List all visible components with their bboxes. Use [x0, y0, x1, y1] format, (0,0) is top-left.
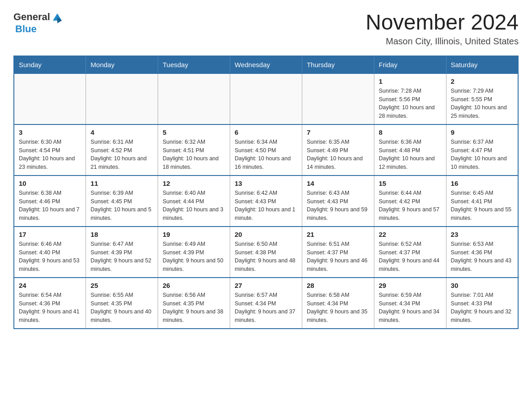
- calendar-cell: 6Sunrise: 6:34 AM Sunset: 4:50 PM Daylig…: [230, 124, 302, 176]
- calendar-cell: 3Sunrise: 6:30 AM Sunset: 4:54 PM Daylig…: [14, 124, 86, 176]
- header-day-saturday: Saturday: [446, 56, 518, 73]
- calendar-cell: 26Sunrise: 6:56 AM Sunset: 4:35 PM Dayli…: [158, 278, 230, 329]
- header-day-thursday: Thursday: [302, 56, 374, 73]
- calendar-cell: 27Sunrise: 6:57 AM Sunset: 4:34 PM Dayli…: [230, 278, 302, 329]
- calendar-cell: [14, 73, 86, 124]
- day-number: 14: [307, 180, 369, 187]
- calendar-cell: 20Sunrise: 6:50 AM Sunset: 4:38 PM Dayli…: [230, 227, 302, 278]
- calendar-cell: 4Sunrise: 6:31 AM Sunset: 4:52 PM Daylig…: [86, 124, 158, 176]
- day-info: Sunrise: 6:54 AM Sunset: 4:36 PM Dayligh…: [19, 291, 81, 325]
- day-number: 16: [451, 180, 513, 187]
- header-day-sunday: Sunday: [14, 56, 86, 73]
- day-info: Sunrise: 6:30 AM Sunset: 4:54 PM Dayligh…: [19, 138, 81, 171]
- day-info: Sunrise: 6:56 AM Sunset: 4:35 PM Dayligh…: [163, 291, 225, 325]
- calendar-cell: 18Sunrise: 6:47 AM Sunset: 4:39 PM Dayli…: [86, 227, 158, 278]
- day-number: 4: [90, 128, 153, 136]
- day-info: Sunrise: 6:44 AM Sunset: 4:42 PM Dayligh…: [379, 189, 442, 223]
- day-number: 28: [307, 282, 369, 289]
- calendar-cell: 15Sunrise: 6:44 AM Sunset: 4:42 PM Dayli…: [374, 176, 446, 227]
- day-number: 5: [163, 128, 225, 136]
- day-info: Sunrise: 6:57 AM Sunset: 4:34 PM Dayligh…: [235, 291, 297, 325]
- calendar-cell: 25Sunrise: 6:55 AM Sunset: 4:35 PM Dayli…: [86, 278, 158, 329]
- day-info: Sunrise: 6:45 AM Sunset: 4:41 PM Dayligh…: [451, 189, 513, 223]
- day-number: 17: [19, 231, 81, 238]
- day-number: 10: [19, 180, 81, 187]
- day-number: 3: [19, 128, 81, 136]
- day-number: 25: [90, 282, 153, 289]
- day-number: 15: [379, 180, 442, 187]
- day-number: 18: [90, 231, 153, 238]
- calendar-cell: [302, 73, 374, 124]
- day-number: 19: [163, 231, 225, 238]
- day-info: Sunrise: 6:49 AM Sunset: 4:39 PM Dayligh…: [163, 240, 225, 274]
- calendar-week-4: 17Sunrise: 6:46 AM Sunset: 4:40 PM Dayli…: [14, 227, 518, 278]
- calendar-cell: [158, 73, 230, 124]
- day-number: 11: [90, 180, 153, 187]
- day-info: Sunrise: 6:46 AM Sunset: 4:40 PM Dayligh…: [19, 240, 81, 274]
- day-info: Sunrise: 7:29 AM Sunset: 5:55 PM Dayligh…: [451, 87, 513, 120]
- header-row: SundayMondayTuesdayWednesdayThursdayFrid…: [14, 56, 518, 73]
- day-info: Sunrise: 6:38 AM Sunset: 4:46 PM Dayligh…: [19, 189, 81, 223]
- header: General Blue November 2024 Mason City, I…: [13, 11, 519, 47]
- day-info: Sunrise: 6:40 AM Sunset: 4:44 PM Dayligh…: [163, 189, 225, 223]
- page-title: November 2024: [365, 11, 519, 34]
- calendar-cell: 12Sunrise: 6:40 AM Sunset: 4:44 PM Dayli…: [158, 176, 230, 227]
- calendar-cell: 2Sunrise: 7:29 AM Sunset: 5:55 PM Daylig…: [446, 73, 518, 124]
- header-day-tuesday: Tuesday: [158, 56, 230, 73]
- day-number: 24: [19, 282, 81, 289]
- title-area: November 2024 Mason City, Illinois, Unit…: [365, 11, 519, 47]
- day-number: 12: [163, 180, 225, 187]
- day-number: 23: [451, 231, 513, 238]
- day-number: 9: [451, 128, 513, 136]
- calendar-cell: 5Sunrise: 6:32 AM Sunset: 4:51 PM Daylig…: [158, 124, 230, 176]
- day-number: 13: [235, 180, 297, 187]
- day-number: 21: [307, 231, 369, 238]
- day-info: Sunrise: 6:37 AM Sunset: 4:47 PM Dayligh…: [451, 138, 513, 171]
- calendar-cell: 9Sunrise: 6:37 AM Sunset: 4:47 PM Daylig…: [446, 124, 518, 176]
- calendar-week-2: 3Sunrise: 6:30 AM Sunset: 4:54 PM Daylig…: [14, 124, 518, 176]
- day-number: 30: [451, 282, 513, 289]
- header-day-wednesday: Wednesday: [230, 56, 302, 73]
- day-info: Sunrise: 6:59 AM Sunset: 4:34 PM Dayligh…: [379, 291, 442, 325]
- day-number: 26: [163, 282, 225, 289]
- calendar-cell: 1Sunrise: 7:28 AM Sunset: 5:56 PM Daylig…: [374, 73, 446, 124]
- calendar-week-5: 24Sunrise: 6:54 AM Sunset: 4:36 PM Dayli…: [14, 278, 518, 329]
- day-info: Sunrise: 6:58 AM Sunset: 4:34 PM Dayligh…: [307, 291, 369, 325]
- logo-general-text: General: [13, 11, 50, 23]
- calendar-cell: 13Sunrise: 6:42 AM Sunset: 4:43 PM Dayli…: [230, 176, 302, 227]
- calendar-cell: 17Sunrise: 6:46 AM Sunset: 4:40 PM Dayli…: [14, 227, 86, 278]
- day-info: Sunrise: 6:50 AM Sunset: 4:38 PM Dayligh…: [235, 240, 297, 274]
- calendar-cell: 24Sunrise: 6:54 AM Sunset: 4:36 PM Dayli…: [14, 278, 86, 329]
- calendar-cell: 23Sunrise: 6:53 AM Sunset: 4:36 PM Dayli…: [446, 227, 518, 278]
- page-subtitle: Mason City, Illinois, United States: [365, 36, 519, 47]
- day-number: 6: [235, 128, 297, 136]
- day-info: Sunrise: 6:35 AM Sunset: 4:49 PM Dayligh…: [307, 138, 369, 171]
- calendar-cell: 8Sunrise: 6:36 AM Sunset: 4:48 PM Daylig…: [374, 124, 446, 176]
- calendar-cell: 7Sunrise: 6:35 AM Sunset: 4:49 PM Daylig…: [302, 124, 374, 176]
- day-info: Sunrise: 7:01 AM Sunset: 4:33 PM Dayligh…: [451, 291, 513, 325]
- day-info: Sunrise: 7:28 AM Sunset: 5:56 PM Dayligh…: [379, 87, 442, 120]
- calendar-table: SundayMondayTuesdayWednesdayThursdayFrid…: [13, 56, 519, 329]
- day-number: 20: [235, 231, 297, 238]
- header-day-monday: Monday: [86, 56, 158, 73]
- calendar-cell: 14Sunrise: 6:43 AM Sunset: 4:43 PM Dayli…: [302, 176, 374, 227]
- day-info: Sunrise: 6:51 AM Sunset: 4:37 PM Dayligh…: [307, 240, 369, 274]
- day-info: Sunrise: 6:34 AM Sunset: 4:50 PM Dayligh…: [235, 138, 297, 171]
- day-info: Sunrise: 6:47 AM Sunset: 4:39 PM Dayligh…: [90, 240, 153, 274]
- day-info: Sunrise: 6:53 AM Sunset: 4:36 PM Dayligh…: [451, 240, 513, 274]
- day-info: Sunrise: 6:55 AM Sunset: 4:35 PM Dayligh…: [90, 291, 153, 325]
- calendar-cell: 19Sunrise: 6:49 AM Sunset: 4:39 PM Dayli…: [158, 227, 230, 278]
- calendar-cell: 29Sunrise: 6:59 AM Sunset: 4:34 PM Dayli…: [374, 278, 446, 329]
- day-info: Sunrise: 6:36 AM Sunset: 4:48 PM Dayligh…: [379, 138, 442, 171]
- logo: General Blue: [13, 11, 64, 35]
- day-number: 8: [379, 128, 442, 136]
- calendar-cell: 30Sunrise: 7:01 AM Sunset: 4:33 PM Dayli…: [446, 278, 518, 329]
- day-number: 1: [379, 77, 442, 85]
- day-info: Sunrise: 6:32 AM Sunset: 4:51 PM Dayligh…: [163, 138, 225, 171]
- calendar-cell: 11Sunrise: 6:39 AM Sunset: 4:45 PM Dayli…: [86, 176, 158, 227]
- header-day-friday: Friday: [374, 56, 446, 73]
- calendar-cell: 28Sunrise: 6:58 AM Sunset: 4:34 PM Dayli…: [302, 278, 374, 329]
- logo-icon: [51, 11, 64, 23]
- calendar-header: SundayMondayTuesdayWednesdayThursdayFrid…: [14, 56, 518, 73]
- day-number: 22: [379, 231, 442, 238]
